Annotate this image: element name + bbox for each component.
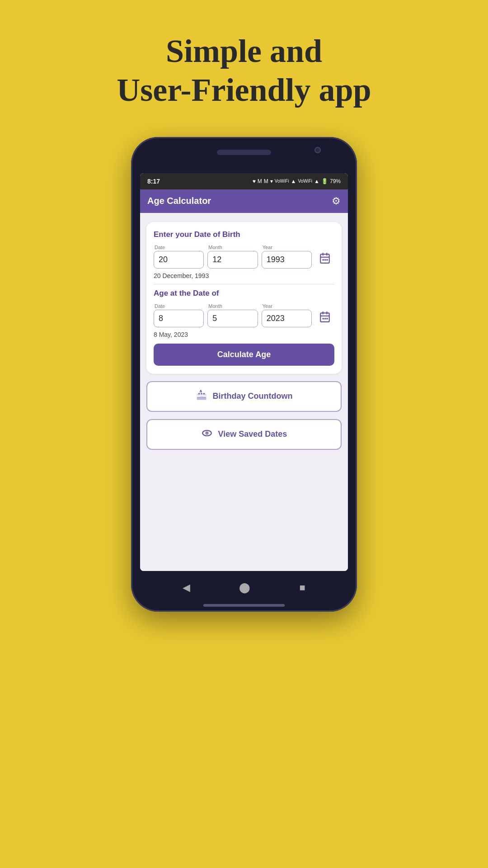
dob-year-group: Year 1993	[262, 245, 312, 269]
calculate-age-button[interactable]: Calculate Age	[154, 344, 334, 366]
dob-year-label: Year	[262, 245, 312, 250]
svg-rect-7	[320, 313, 329, 322]
section-divider	[154, 284, 334, 284]
age-at-inputs-row: Date 8 Month 5 Year 2023	[154, 303, 334, 327]
svg-rect-15	[197, 397, 206, 399]
status-bar: 8:17 ♥ M M ▾ VoWiFi ▲ VoWiFi ▲ 🔋 79%	[140, 173, 348, 189]
nav-back-icon[interactable]: ◀	[183, 582, 190, 594]
settings-icon[interactable]: ⚙	[332, 195, 341, 207]
phone-screen: 8:17 ♥ M M ▾ VoWiFi ▲ VoWiFi ▲ 🔋 79% Age…	[140, 173, 348, 571]
screen-content: Enter your Date of Birth Date 20 Month 1…	[140, 213, 348, 571]
dob-year-input[interactable]: 1993	[262, 251, 312, 269]
age-year-group: Year 2023	[262, 303, 312, 327]
headline-line1: Simple and	[166, 33, 322, 69]
age-calendar-icon[interactable]	[315, 307, 334, 326]
svg-point-16	[198, 393, 199, 394]
svg-rect-6	[326, 259, 328, 260]
age-date-label: Date	[154, 303, 204, 309]
svg-rect-11	[323, 318, 324, 319]
dob-date-input[interactable]: 20	[154, 251, 204, 269]
phone-camera	[314, 147, 321, 153]
nav-recents-icon[interactable]: ■	[300, 582, 305, 594]
phone-bottom-bezel: ◀ ⬤ ■	[131, 571, 357, 612]
age-year-label: Year	[262, 303, 312, 309]
dob-month-label: Month	[207, 245, 258, 250]
svg-rect-13	[326, 318, 328, 319]
headline-line2: User-Friendly app	[117, 72, 371, 108]
age-at-display-text: 8 May, 2023	[154, 331, 334, 338]
phone-shell: 8:17 ♥ M M ▾ VoWiFi ▲ VoWiFi ▲ 🔋 79% Age…	[131, 137, 357, 612]
svg-rect-0	[320, 254, 329, 263]
dob-date-group: Date 20	[154, 245, 204, 269]
phone-wrapper: 8:17 ♥ M M ▾ VoWiFi ▲ VoWiFi ▲ 🔋 79% Age…	[131, 137, 357, 612]
age-month-input[interactable]: 5	[207, 310, 258, 327]
dob-display-text: 20 December, 1993	[154, 272, 334, 279]
age-month-label: Month	[207, 303, 258, 309]
view-saved-dates-button[interactable]: View Saved Dates	[146, 419, 342, 450]
dob-section-title: Enter your Date of Birth	[154, 230, 334, 239]
dob-month-input[interactable]: 12	[207, 251, 258, 269]
dob-inputs-row: Date 20 Month 12 Year 1993	[154, 245, 334, 269]
svg-point-21	[206, 432, 207, 434]
svg-point-17	[201, 393, 202, 394]
headline: Simple and User-Friendly app	[117, 32, 371, 110]
dob-calendar-icon[interactable]	[315, 249, 334, 268]
birthday-cake-icon	[196, 389, 207, 404]
dob-month-group: Month 12	[207, 245, 258, 269]
age-year-input[interactable]: 2023	[262, 310, 312, 327]
app-bar-title: Age Calculator	[147, 196, 211, 206]
eye-icon	[201, 427, 213, 442]
svg-rect-4	[323, 259, 324, 260]
nav-home-icon[interactable]: ⬤	[239, 582, 250, 594]
age-date-group: Date 8	[154, 303, 204, 327]
phone-speaker	[217, 150, 271, 155]
phone-top-bezel	[131, 137, 357, 173]
svg-rect-12	[324, 318, 326, 319]
age-date-input[interactable]: 8	[154, 310, 204, 327]
age-at-section-title: Age at the Date of	[154, 289, 334, 298]
app-bar: Age Calculator ⚙	[140, 189, 348, 213]
view-saved-dates-label: View Saved Dates	[218, 429, 287, 439]
status-time: 8:17	[147, 178, 160, 185]
age-month-group: Month 5	[207, 303, 258, 327]
dob-date-label: Date	[154, 245, 204, 250]
svg-rect-5	[324, 259, 326, 260]
svg-point-18	[203, 393, 204, 394]
home-bar	[203, 604, 285, 607]
nav-bar: ◀ ⬤ ■	[140, 576, 348, 599]
dob-section: Enter your Date of Birth Date 20 Month 1…	[154, 230, 334, 279]
status-icons: ♥ M M ▾ VoWiFi ▲ VoWiFi ▲ 🔋 79%	[253, 178, 341, 184]
birthday-countdown-label: Birthday Countdown	[213, 392, 293, 401]
main-card: Enter your Date of Birth Date 20 Month 1…	[146, 222, 342, 374]
birthday-countdown-button[interactable]: Birthday Countdown	[146, 381, 342, 412]
age-at-section: Age at the Date of Date 8 Month 5	[154, 289, 334, 338]
